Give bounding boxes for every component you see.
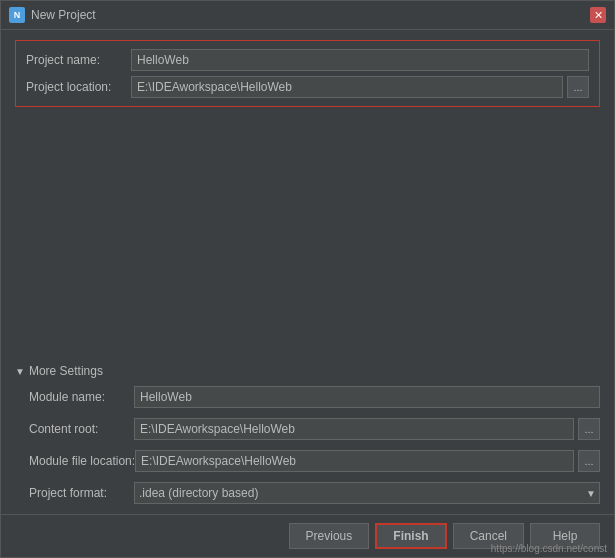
title-bar: N New Project ✕ xyxy=(1,1,614,30)
project-name-input[interactable] xyxy=(131,49,589,71)
finish-button[interactable]: Finish xyxy=(375,523,446,549)
module-file-input-wrapper: ... xyxy=(135,450,600,472)
module-file-label: Module file location: xyxy=(29,454,135,468)
project-location-input[interactable] xyxy=(131,76,563,98)
project-name-input-wrapper xyxy=(131,49,589,71)
project-name-label: Project name: xyxy=(26,53,131,67)
content-root-input-wrapper: ... xyxy=(134,418,600,440)
project-format-label: Project format: xyxy=(29,486,134,500)
content-root-label: Content root: xyxy=(29,422,134,436)
content-root-input[interactable] xyxy=(134,418,574,440)
project-format-row: Project format: .idea (directory based) … xyxy=(29,482,600,504)
window-icon-label: N xyxy=(14,10,21,20)
content-root-row: Content root: ... xyxy=(29,418,600,440)
more-settings-section: ▼ More Settings Module name: Content roo… xyxy=(15,364,600,504)
module-name-label: Module name: xyxy=(29,390,134,404)
project-format-select[interactable]: .idea (directory based) xyxy=(134,482,600,504)
project-location-browse-button[interactable]: ... xyxy=(567,76,589,98)
window-icon: N xyxy=(9,7,25,23)
main-content: Project name: Project location: ... xyxy=(1,30,614,514)
more-settings-fields: Module name: Content root: ... xyxy=(15,386,600,504)
project-location-label: Project location: xyxy=(26,80,131,94)
module-file-row: Module file location: ... xyxy=(29,450,600,472)
watermark: https://blog.csdn.net/const xyxy=(491,543,607,554)
title-bar-left: N New Project xyxy=(9,7,96,23)
middle-spacer xyxy=(15,115,600,360)
more-settings-label: More Settings xyxy=(29,364,103,378)
new-project-window: N New Project ✕ Project name: Project lo… xyxy=(0,0,615,558)
project-location-input-wrapper: ... xyxy=(131,76,589,98)
content-root-browse-button[interactable]: ... xyxy=(578,418,600,440)
module-name-input-wrapper xyxy=(134,386,600,408)
more-settings-toggle[interactable]: ▼ More Settings xyxy=(15,364,600,378)
project-name-row: Project name: xyxy=(26,49,589,71)
window-title: New Project xyxy=(31,8,96,22)
module-file-input[interactable] xyxy=(135,450,574,472)
module-name-input[interactable] xyxy=(134,386,600,408)
top-fields-section: Project name: Project location: ... xyxy=(15,40,600,107)
project-format-select-wrapper: .idea (directory based) ▼ xyxy=(134,482,600,504)
previous-button[interactable]: Previous xyxy=(289,523,370,549)
close-button[interactable]: ✕ xyxy=(590,7,606,23)
module-file-browse-button[interactable]: ... xyxy=(578,450,600,472)
toggle-arrow-icon: ▼ xyxy=(15,366,25,377)
project-location-row: Project location: ... xyxy=(26,76,589,98)
module-name-row: Module name: xyxy=(29,386,600,408)
